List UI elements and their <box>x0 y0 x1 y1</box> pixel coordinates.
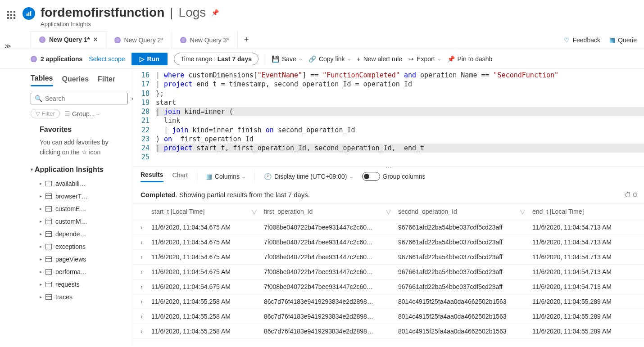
bulb-icon <box>39 36 45 43</box>
tree-item[interactable]: ▸customM… <box>31 215 129 228</box>
bulb-icon <box>114 37 121 43</box>
tree-section-app-insights[interactable]: ▾ Application Insights <box>31 166 129 174</box>
query-content: 16| where customDimensions["EventName"] … <box>133 69 644 346</box>
tree-item[interactable]: ▸exceptions <box>31 240 129 253</box>
group-by-button[interactable]: ☰ Group... ⌵ <box>64 110 100 117</box>
table-row[interactable]: ›11/6/2020, 11:04:54.675 AM7f008be040722… <box>133 250 644 265</box>
close-icon[interactable]: × <box>93 36 97 44</box>
expand-row-icon[interactable]: › <box>141 328 151 335</box>
queries-button[interactable]: ▦ Querie <box>609 36 637 44</box>
columns-button[interactable]: ▥ Columns ⌵ <box>206 173 245 180</box>
chevron-down-icon: ⌵ <box>96 111 100 117</box>
table-row[interactable]: ›11/6/2020, 11:04:55.258 AM86c7d76f4183e… <box>133 294 644 309</box>
tab-queries[interactable]: Queries <box>62 75 89 86</box>
query-editor[interactable]: 16| where customDimensions["EventName"] … <box>133 69 644 164</box>
filter-icon[interactable]: ▽ <box>386 208 391 215</box>
filter-icon[interactable]: ▽ <box>252 208 257 215</box>
expand-row-icon[interactable]: › <box>141 283 151 290</box>
query-tab-1[interactable]: New Query 2* <box>106 31 172 49</box>
export-button[interactable]: ↦ Export ⌵ <box>408 55 440 63</box>
group-columns-toggle[interactable]: Group columns <box>362 172 426 181</box>
display-time-button[interactable]: 🕐 Display time (UTC+09:00) ⌵ <box>264 173 353 180</box>
line-number: 22 <box>133 126 156 135</box>
code-line[interactable] <box>156 153 644 162</box>
tree-item[interactable]: ▸availabili… <box>31 177 129 190</box>
toggle-switch[interactable] <box>362 172 380 181</box>
new-alert-button[interactable]: + New alert rule <box>357 55 403 63</box>
tree-item[interactable]: ▸depende… <box>31 228 129 240</box>
expand-row-icon[interactable]: › <box>141 298 151 305</box>
applications-indicator[interactable]: 2 applications <box>31 55 82 63</box>
table-icon <box>45 231 52 237</box>
code-line[interactable]: | project end_t = timestamp, second_oper… <box>156 80 644 89</box>
add-tab-button[interactable]: + <box>238 35 255 45</box>
pin-icon[interactable]: 📌 <box>211 9 219 16</box>
table-row[interactable]: ›11/6/2020, 11:04:54.675 AM7f008be040722… <box>133 265 644 279</box>
table-row[interactable]: ›11/6/2020, 11:04:54.675 AM7f008be040722… <box>133 220 644 235</box>
code-line[interactable]: | join kind=inner finish on second_opera… <box>156 126 644 135</box>
save-button[interactable]: 💾 Save ⌵ <box>272 55 302 63</box>
expand-row-icon[interactable]: › <box>141 268 151 275</box>
code-line[interactable]: link <box>156 116 644 125</box>
code-line[interactable]: ) on first_operation_Id <box>156 135 644 144</box>
tab-filter[interactable]: Filter <box>98 75 115 86</box>
run-label: Run <box>147 55 159 63</box>
cell-start: 11/6/2020, 11:04:54.675 AM <box>151 268 264 275</box>
table-row[interactable]: ›11/6/2020, 11:04:55.258 AM86c7d76f4183e… <box>133 324 644 339</box>
expand-row-icon[interactable]: › <box>141 239 151 246</box>
tree-item[interactable]: ▸performa… <box>31 266 129 278</box>
expand-row-icon[interactable]: › <box>141 253 151 261</box>
cell-end: 11/6/2020, 11:04:54.713 AM <box>532 239 637 246</box>
results-status: Completed. Showing partial results from … <box>133 186 644 203</box>
caret-right-icon: ▸ <box>40 294 42 299</box>
tab-tables[interactable]: Tables <box>31 74 53 86</box>
tree-item[interactable]: ▸traces <box>31 291 129 303</box>
col-header-start[interactable]: start_t [Local Time] <box>151 208 204 215</box>
tree-item[interactable]: ▸browserT… <box>31 190 129 203</box>
cell-end: 11/6/2020, 11:04:55.289 AM <box>532 298 637 305</box>
chevron-down-icon: ⌵ <box>299 56 302 62</box>
search-box[interactable]: 🔍 <box>31 93 128 104</box>
query-tab-2[interactable]: New Query 3* <box>172 31 238 49</box>
expand-row-icon[interactable]: › <box>141 224 151 231</box>
tree-item[interactable]: ▸requests <box>31 278 129 291</box>
line-number: 19 <box>133 98 156 107</box>
expand-row-icon[interactable]: › <box>141 313 151 320</box>
code-line[interactable]: | where customDimensions["EventName"] ==… <box>156 71 644 80</box>
code-line[interactable]: start <box>156 98 644 107</box>
code-line[interactable]: }; <box>156 89 644 98</box>
waffle-icon[interactable] <box>7 11 15 19</box>
results-tab-chart[interactable]: Chart <box>172 171 188 181</box>
pin-dashboard-button[interactable]: 📌 Pin to dashb <box>447 55 493 63</box>
tree-item-label: customE… <box>55 205 86 212</box>
table-row[interactable]: ›11/6/2020, 11:04:54.675 AM7f008be040722… <box>133 279 644 294</box>
tree-item-label: performa… <box>55 268 87 275</box>
separator <box>265 54 265 64</box>
code-line[interactable]: | project start_t, first_operation_Id, s… <box>156 144 644 153</box>
tree-item-label: browserT… <box>55 193 88 200</box>
table-row[interactable]: ›11/6/2020, 11:04:55.258 AM86c7d76f4183e… <box>133 309 644 324</box>
results-toolbar: Results Chart ▥ Columns ⌵ 🕐 Display time… <box>133 167 644 186</box>
cell-end: 11/6/2020, 11:04:55.289 AM <box>532 313 637 320</box>
tree-item-label: pageViews <box>55 256 86 263</box>
code-line[interactable]: | join kind=inner ( <box>156 107 644 116</box>
feedback-button[interactable]: ♡ Feedback <box>564 36 600 44</box>
table-row[interactable]: ›11/6/2020, 11:04:54.675 AM7f008be040722… <box>133 235 644 250</box>
search-input[interactable] <box>45 95 124 102</box>
tab-label: New Query 1* <box>49 36 90 43</box>
tree-item[interactable]: ▸customE… <box>31 203 129 215</box>
run-button[interactable]: ▷ Run <box>132 53 168 65</box>
col-header-op2[interactable]: second_operation_Id <box>398 208 457 215</box>
cell-op2: 967661afd22ba54bbe037cdf5cd23aff <box>398 283 532 290</box>
filter-icon[interactable]: ▽ <box>520 208 525 215</box>
col-header-op1[interactable]: first_operation_Id <box>264 208 313 215</box>
query-tab-0[interactable]: New Query 1*× <box>31 31 106 49</box>
select-scope-link[interactable]: Select scope <box>89 55 125 63</box>
tree-item[interactable]: ▸pageViews <box>31 253 129 266</box>
time-range-selector[interactable]: Time range : Last 7 days <box>174 53 259 65</box>
col-header-end[interactable]: end_t [Local Time] <box>532 208 584 215</box>
copy-link-button[interactable]: 🔗 Copy link ⌵ <box>308 55 351 63</box>
expand-toggle-icon[interactable]: ≫ <box>5 42 11 50</box>
filter-pill[interactable]: ▽ Filter <box>31 109 60 118</box>
results-tab-results[interactable]: Results <box>141 171 163 182</box>
